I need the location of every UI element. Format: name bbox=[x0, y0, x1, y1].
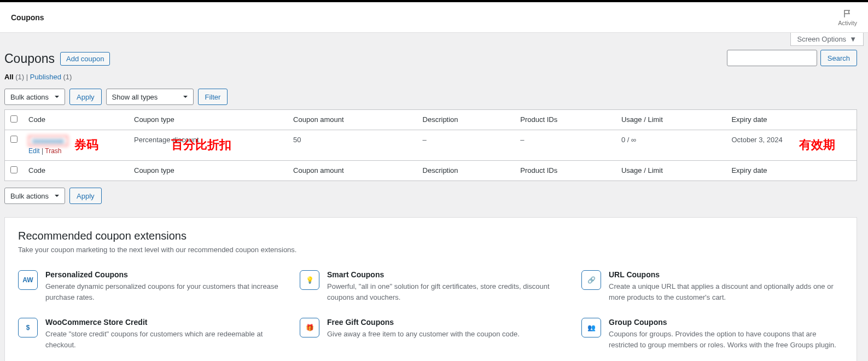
extension-card[interactable]: 🔗URL CouponsCreate a unique URL that app… bbox=[581, 270, 843, 302]
topbar-title: Coupons bbox=[11, 13, 44, 22]
recommended-extensions: Recommended coupon extensions Take your … bbox=[4, 217, 857, 361]
extension-desc: Powerful, "all in one" solution for gift… bbox=[327, 281, 562, 302]
filter-all[interactable]: All bbox=[4, 73, 14, 81]
select-all-checkbox[interactable] bbox=[10, 115, 18, 123]
extension-desc: Coupons for groups. Provides the option … bbox=[609, 329, 843, 350]
apply-bulk-button-bottom[interactable]: Apply bbox=[69, 188, 102, 204]
extension-title: Group Coupons bbox=[609, 318, 843, 327]
filter-published[interactable]: Published bbox=[30, 73, 61, 81]
select-all-checkbox-bottom[interactable] bbox=[10, 166, 18, 173]
apply-bulk-button[interactable]: Apply bbox=[69, 89, 102, 105]
screen-options-label: Screen Options bbox=[797, 35, 847, 43]
top-bar: Coupons Activity bbox=[0, 2, 868, 33]
search-button[interactable]: Search bbox=[820, 50, 857, 66]
annotation-type: 百分比折扣 bbox=[171, 137, 231, 153]
col-type[interactable]: Coupon type bbox=[129, 110, 288, 130]
coupon-type-filter[interactable]: Show all types bbox=[106, 89, 194, 105]
extension-icon: 💡 bbox=[300, 270, 319, 290]
flag-icon bbox=[843, 9, 853, 19]
bulk-actions-select-bottom[interactable]: Bulk actions bbox=[4, 188, 65, 204]
coupons-table: Code Coupon type Coupon amount Descripti… bbox=[4, 109, 857, 181]
cell-amount: 50 bbox=[288, 130, 417, 161]
col-expiry[interactable]: Expiry date bbox=[726, 110, 857, 130]
extension-desc: Give away a free item to any customer wi… bbox=[327, 329, 520, 340]
recommend-title: Recommended coupon extensions bbox=[18, 230, 843, 242]
col-amount[interactable]: Coupon amount bbox=[288, 110, 417, 130]
extension-icon: 🔗 bbox=[581, 270, 601, 290]
search-input[interactable] bbox=[727, 50, 817, 66]
extension-card[interactable]: AWPersonalized CouponsGenerate dynamic p… bbox=[18, 270, 280, 302]
extension-card[interactable]: 🎁Free Gift CouponsGive away a free item … bbox=[300, 318, 562, 350]
activity-label: Activity bbox=[838, 20, 857, 26]
bulk-actions-select[interactable]: Bulk actions bbox=[4, 89, 65, 105]
trash-link[interactable]: Trash bbox=[45, 147, 61, 155]
extension-title: Free Gift Coupons bbox=[327, 318, 520, 327]
col-desc[interactable]: Description bbox=[417, 110, 515, 130]
annotation-code: 券码 bbox=[74, 137, 98, 153]
cell-usage: 0 / ∞ bbox=[616, 130, 726, 161]
extension-icon: AW bbox=[18, 270, 38, 290]
extension-card[interactable]: 👥Group CouponsCoupons for groups. Provid… bbox=[581, 318, 843, 350]
coupon-code-link[interactable]: xxxxxxxx bbox=[28, 136, 68, 146]
extension-desc: Generate dynamic personalized coupons fo… bbox=[45, 281, 280, 302]
extension-icon: $ bbox=[18, 318, 38, 337]
cell-expiry: October 3, 2024 bbox=[726, 130, 857, 161]
extension-desc: Create a unique URL that applies a disco… bbox=[609, 281, 843, 302]
cell-pids: – bbox=[515, 130, 616, 161]
extension-card[interactable]: 💡Smart CouponsPowerful, "all in one" sol… bbox=[300, 270, 562, 302]
extension-icon: 👥 bbox=[581, 318, 601, 337]
cell-desc: – bbox=[417, 130, 515, 161]
col-code[interactable]: Code bbox=[23, 110, 129, 130]
col-usage[interactable]: Usage / Limit bbox=[616, 110, 726, 130]
activity-button[interactable]: Activity bbox=[838, 9, 857, 26]
row-checkbox[interactable] bbox=[10, 136, 18, 143]
extension-desc: Create "store credit" coupons for custom… bbox=[45, 329, 280, 350]
extension-card[interactable]: $WooCommerce Store CreditCreate "store c… bbox=[18, 318, 280, 350]
extension-title: URL Coupons bbox=[609, 270, 843, 279]
extension-icon: 🎁 bbox=[300, 318, 319, 337]
extension-title: Personalized Coupons bbox=[45, 270, 280, 279]
col-pids[interactable]: Product IDs bbox=[515, 110, 616, 130]
view-filters: All (1) | Published (1) Search bbox=[4, 73, 857, 81]
edit-link[interactable]: Edit bbox=[28, 147, 40, 155]
extension-title: WooCommerce Store Credit bbox=[45, 318, 280, 327]
chevron-down-icon: ▼ bbox=[849, 35, 857, 43]
extension-title: Smart Coupons bbox=[327, 270, 562, 279]
page-title: Coupons bbox=[4, 51, 55, 66]
screen-options-button[interactable]: Screen Options ▼ bbox=[790, 33, 864, 46]
add-coupon-button[interactable]: Add coupon bbox=[60, 52, 110, 66]
table-row: xxxxxxxx Edit | Trash Percentage discoun… bbox=[5, 130, 857, 161]
filter-button[interactable]: Filter bbox=[198, 89, 228, 105]
annotation-expiry: 有效期 bbox=[799, 137, 835, 153]
recommend-subtitle: Take your coupon marketing to the next l… bbox=[18, 246, 843, 254]
